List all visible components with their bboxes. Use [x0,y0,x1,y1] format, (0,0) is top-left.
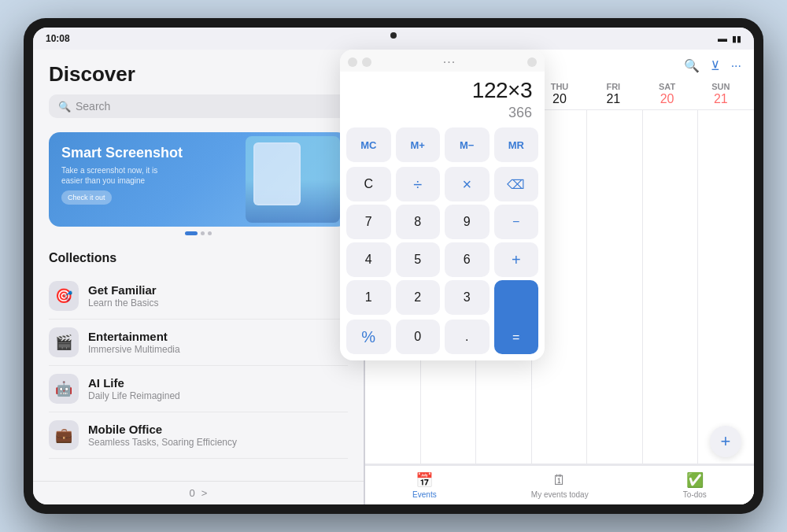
device-screen: 10:08 ▬ ▮▮ Discover 🔍 Search [33,28,754,504]
carousel-dot-2 [201,231,205,235]
calc-plus-button[interactable]: + [494,242,539,277]
calc-mr-button[interactable]: MR [494,127,539,162]
calendar-add-button[interactable]: + [710,426,741,457]
banner-button[interactable]: Check it out [61,190,112,205]
close-button[interactable] [527,57,537,67]
device-frame: 10:08 ▬ ▮▮ Discover 🔍 Search [24,18,763,514]
search-placeholder: Search [76,100,110,113]
calc-mplus-button[interactable]: M+ [396,127,441,162]
calc-divide-button[interactable]: ÷ [396,167,441,201]
tab-todos[interactable]: ✅ To-dos [667,467,722,504]
collection-sub-3: Seamless Tasks, Soaring Efficiency [88,437,237,448]
calc-mminus-button[interactable]: M− [445,127,490,162]
calculator-window: ··· 122×3 366 MC M+ M− MR C ÷ [340,50,545,360]
collection-icon-3: 💼 [49,420,79,450]
calc-backspace-button[interactable]: ⌫ [494,167,539,201]
calendar-filter-icon[interactable]: ⊻ [711,58,720,73]
carousel-dot-3 [208,231,212,235]
list-item[interactable]: 💼 Mobile Office Seamless Tasks, Soaring … [49,412,348,459]
maximize-button[interactable] [348,57,357,67]
calculator-more-button[interactable]: ··· [443,56,456,68]
collection-icon-2: 🤖 [49,374,79,404]
status-time: 10:08 [46,33,70,44]
day-header-fri: FRI 21 [586,79,640,109]
status-bar: 10:08 ▬ ▮▮ [33,28,754,50]
day-header-sun: SUN 21 [694,79,748,109]
calc-1-button[interactable]: 1 [346,280,391,315]
calc-equals-button[interactable]: = [494,280,539,354]
carousel-dots [49,227,348,240]
my-events-tab-label: My events today [531,490,589,499]
minimize-button[interactable] [362,57,371,67]
main-layout: Discover 🔍 Search Smart Screenshot Take … [33,50,754,504]
calc-row-1: C ÷ × ⌫ [340,165,545,203]
calculator-display: 122×3 366 [340,72,545,126]
day-name-sat: SAT [640,82,693,91]
calc-row-3: 4 5 6 + [340,241,545,279]
day-header-sat: SAT 20 [640,79,693,109]
my-events-tab-icon: 🗓 [552,472,567,489]
calendar-search-icon[interactable]: 🔍 [684,58,700,73]
day-num-sat: 20 [640,92,693,106]
list-item[interactable]: 🤖 AI Life Daily Life Reimagined [49,366,348,412]
collection-info-1: Entertainment Immersive Multimedia [88,330,180,355]
list-item[interactable]: 🎬 Entertainment Immersive Multimedia [49,320,348,366]
todos-tab-label: To-dos [683,490,707,499]
collection-icon-1: 🎬 [49,327,79,357]
calc-row-2: 7 8 9 − [340,203,545,241]
screenshot-frame-overlay [253,142,301,205]
collection-info-2: AI Life Daily Life Reimagined [88,376,180,401]
calc-8-button[interactable]: 8 [396,205,441,239]
calc-3-button[interactable]: 3 [445,280,490,315]
banner-card[interactable]: Smart Screenshot Take a screenshot now, … [49,132,348,227]
add-icon: + [721,431,731,452]
calc-2-button[interactable]: 2 [396,280,441,315]
discover-title: Discover [49,62,348,87]
calc-5-button[interactable]: 5 [396,242,441,277]
wifi-icon: ▬ [718,33,727,44]
calc-dot-button[interactable]: . [445,320,490,354]
calendar-tabs: 📅 Events 🗓 My events today ✅ To-dos [365,465,754,504]
calendar-actions: 🔍 ⊻ ··· [684,58,741,73]
collection-sub-2: Daily Life Reimagined [88,390,180,401]
collection-sub-0: Learn the Basics [88,297,158,308]
search-icon: 🔍 [58,101,71,113]
status-icons: ▬ ▮▮ [718,33,741,44]
calc-multiply-button[interactable]: × [445,167,490,201]
calendar-more-icon[interactable]: ··· [731,59,741,73]
events-tab-label: Events [412,490,437,499]
day-num-sun: 21 [694,92,748,106]
collection-info-0: Get Familiar Learn the Basics [88,283,158,308]
calc-minus-button[interactable]: − [494,205,539,239]
search-bar[interactable]: 🔍 Search [49,94,348,118]
calc-0-button[interactable]: 0 [396,320,441,354]
collection-info-3: Mobile Office Seamless Tasks, Soaring Ef… [88,423,237,448]
calc-percent-button[interactable]: % [346,320,391,354]
day-name-sun: SUN [694,82,748,91]
calc-clear-button[interactable]: C [346,167,391,201]
discover-next-arrow[interactable]: > [201,487,208,499]
discover-page-num: 0 [190,487,195,499]
banner-area: Smart Screenshot Take a screenshot now, … [33,126,364,246]
skater-illustration [246,136,340,223]
collection-title-1: Entertainment [88,330,180,343]
cal-cell-sun[interactable] [698,110,754,464]
cal-cell-fri[interactable] [587,110,643,464]
tab-my-events[interactable]: 🗓 My events today [515,467,604,504]
memory-row: MC M+ M− MR [340,126,545,164]
calc-7-button[interactable]: 7 [346,205,391,239]
calc-6-button[interactable]: 6 [445,242,490,277]
calc-4-button[interactable]: 4 [346,242,391,277]
calc-expression: 122×3 [353,78,532,103]
cal-cell-sat[interactable] [643,110,699,464]
calc-9-button[interactable]: 9 [445,205,490,239]
collections-section: Collections 🎯 Get Familiar Learn the Bas… [33,246,364,481]
battery-icon: ▮▮ [732,34,741,44]
banner-figure [230,132,348,227]
banner-subtitle: Take a screenshot now, it is easier than… [61,165,179,186]
calc-mc-button[interactable]: MC [346,127,391,162]
tab-events[interactable]: 📅 Events [397,467,453,504]
day-name-fri: FRI [586,82,640,91]
list-item[interactable]: 🎯 Get Familiar Learn the Basics [49,273,348,320]
collections-title: Collections [49,251,348,265]
